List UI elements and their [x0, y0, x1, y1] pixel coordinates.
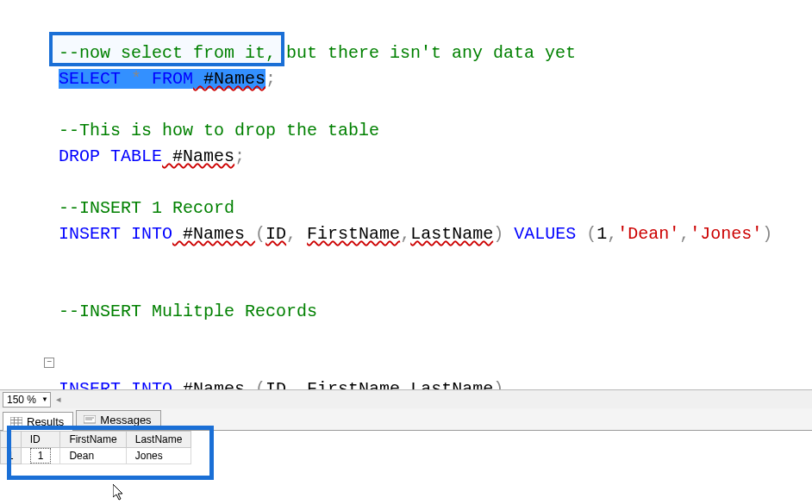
sql-keyword: INSERT: [59, 379, 121, 389]
semicolon: ;: [234, 146, 245, 166]
sql-keyword: INTO: [121, 379, 172, 389]
col-header-id[interactable]: ID: [21, 432, 60, 448]
row-header[interactable]: 1: [1, 448, 22, 464]
comma: ,: [607, 224, 617, 244]
comma: ,: [286, 379, 307, 389]
tab-messages[interactable]: Messages: [76, 410, 160, 430]
code-editor[interactable]: − --now select from it, but there isn't …: [0, 0, 812, 389]
sql-keyword: INTO: [121, 224, 172, 244]
corner-cell: [1, 432, 22, 448]
col: LastName: [410, 379, 493, 389]
comma: ,: [679, 224, 690, 244]
sql-keyword: TABLE: [100, 146, 162, 166]
string-literal: 'Dean': [617, 224, 679, 244]
sql-keyword: SELECT: [59, 69, 121, 89]
comma: ,: [286, 224, 307, 244]
sql-keyword: FROM: [152, 69, 193, 89]
comment-line: --now select from it, but there isn't an…: [59, 43, 576, 63]
cell-id[interactable]: 1: [21, 448, 60, 464]
col: ID: [265, 379, 286, 389]
header-row: ID FirstName LastName: [1, 432, 191, 448]
editor-status-bar: 150 % ▼ ◂: [0, 389, 812, 408]
code-text[interactable]: --now select from it, but there isn't an…: [59, 15, 772, 389]
comment-line: --INSERT 1 Record: [59, 198, 234, 218]
num: 1: [597, 224, 607, 244]
tab-label: Messages: [100, 414, 151, 426]
paren: (: [586, 224, 597, 244]
sql-keyword: VALUES: [503, 224, 586, 244]
col: ID: [265, 224, 286, 244]
hscroll-left-icon[interactable]: ◂: [56, 394, 65, 406]
chevron-down-icon: ▼: [41, 395, 48, 403]
comma: ,: [400, 379, 410, 389]
zoom-dropdown[interactable]: 150 % ▼: [3, 392, 51, 408]
cell-firstname[interactable]: Dean: [60, 448, 126, 464]
editor-gutter: [0, 0, 41, 389]
sql-keyword: INSERT: [59, 224, 121, 244]
semicolon: ;: [265, 69, 276, 89]
comma: ,: [400, 224, 410, 244]
paren: (: [255, 224, 265, 244]
cell-value: 1: [30, 448, 52, 464]
sql-identifier: #Names: [172, 224, 255, 244]
paren: ): [762, 224, 772, 244]
messages-icon: [84, 415, 96, 425]
paren: (: [255, 379, 265, 389]
comment-line: --This is how to drop the table: [59, 121, 379, 140]
svg-rect-0: [10, 417, 22, 426]
cell-lastname[interactable]: Jones: [126, 448, 191, 464]
fold-glyph-minus[interactable]: −: [44, 358, 54, 368]
zoom-value: 150 %: [7, 394, 36, 406]
sql-keyword: DROP: [59, 146, 100, 166]
sql-identifier: #Names: [172, 379, 255, 389]
tab-results[interactable]: Results: [3, 412, 73, 431]
col: FirstName: [307, 224, 400, 244]
tab-label: Results: [27, 415, 64, 428]
sql-identifier: #Names: [193, 69, 265, 89]
col-header-firstname[interactable]: FirstName: [60, 432, 126, 448]
grid-icon: [10, 417, 22, 426]
col: LastName: [410, 224, 493, 244]
results-tabbar: Results Messages: [0, 408, 812, 431]
table-row[interactable]: 1 1 Dean Jones: [1, 448, 191, 464]
string-literal: 'Jones': [690, 224, 762, 244]
sql-identifier: #Names: [162, 146, 234, 166]
sql-star: *: [121, 69, 152, 89]
paren: ): [493, 224, 503, 244]
col: FirstName: [307, 379, 400, 389]
mouse-cursor-icon: [113, 484, 127, 504]
results-grid[interactable]: ID FirstName LastName 1 1 Dean Jones: [0, 431, 224, 464]
paren: ): [493, 379, 503, 389]
comment-line: --INSERT Mulitple Records: [59, 302, 317, 321]
col-header-lastname[interactable]: LastName: [126, 432, 191, 448]
